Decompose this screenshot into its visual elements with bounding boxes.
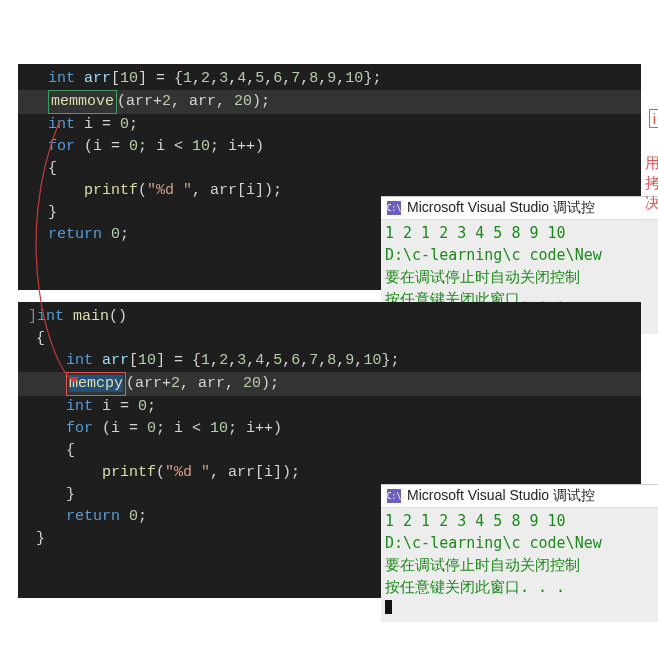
code-line: int i = 0; — [18, 114, 641, 136]
cursor-icon — [385, 600, 392, 614]
annotation-box-i: i — [649, 110, 658, 127]
code-line: for (i = 0; i < 10; i++) — [18, 136, 641, 158]
code-line-highlighted: memmove(arr+2, arr, 20); — [18, 90, 641, 114]
annotation-text: 决 — [645, 194, 658, 213]
console-icon: C:\ — [387, 489, 401, 503]
console-output: 1 2 1 2 3 4 5 8 9 10 D:\c-learning\c cod… — [381, 508, 658, 622]
code-line: int arr[10] = {1,2,3,4,5,6,7,8,9,10}; — [18, 350, 641, 372]
annotation-text: 拷 — [645, 174, 658, 193]
code-line-highlighted: memcpy(arr+2, arr, 20); — [18, 372, 641, 396]
console-titlebar[interactable]: C:\ Microsoft Visual Studio 调试控 — [381, 197, 658, 220]
code-line: for (i = 0; i < 10; i++) — [18, 418, 641, 440]
annotation-text: 用 — [645, 154, 658, 173]
code-line: { — [18, 440, 641, 462]
code-line: int arr[10] = {1,2,3,4,5,6,7,8,9,10}; — [18, 68, 641, 90]
code-line: printf("%d ", arr[i]); — [18, 462, 641, 484]
code-line: ]int main() — [18, 306, 641, 328]
console-title: Microsoft Visual Studio 调试控 — [407, 487, 595, 505]
code-line: { — [18, 158, 641, 180]
memmove-highlight: memmove — [48, 90, 117, 114]
console-icon: C:\ — [387, 201, 401, 215]
memcpy-highlight: memcpy — [66, 372, 126, 396]
console-title: Microsoft Visual Studio 调试控 — [407, 199, 595, 217]
code-line: { — [18, 328, 641, 350]
code-line: int i = 0; — [18, 396, 641, 418]
debug-console-bottom: C:\ Microsoft Visual Studio 调试控 1 2 1 2 … — [381, 484, 658, 622]
console-titlebar[interactable]: C:\ Microsoft Visual Studio 调试控 — [381, 485, 658, 508]
